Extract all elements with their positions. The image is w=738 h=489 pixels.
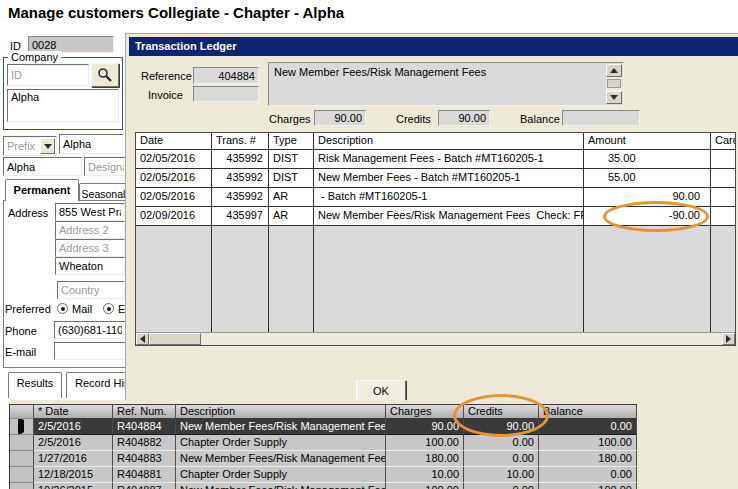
row-selector[interactable] — [10, 467, 34, 483]
results-row[interactable]: 2/5/2016 R404882 Chapter Order Supply 10… — [10, 435, 637, 451]
col-type: Type — [269, 133, 314, 150]
tab-permanent[interactable]: Permanent — [5, 179, 79, 201]
email-label: E-mail — [5, 346, 36, 358]
ok-button[interactable]: OK — [356, 380, 406, 401]
cell-description: - Batch #MT160205-1 — [314, 188, 584, 207]
ledger-row[interactable]: 02/05/2016 435992 DIST Risk Management F… — [136, 150, 735, 169]
cell-date: 2/5/2016 — [34, 419, 113, 435]
scroll-right-button[interactable] — [722, 333, 735, 345]
prefix-input[interactable] — [4, 137, 40, 155]
arrow-down-icon — [610, 95, 618, 100]
radio-email[interactable] — [103, 303, 114, 314]
prefix-combobox[interactable] — [3, 136, 57, 156]
address3-input[interactable] — [55, 239, 125, 257]
company-search-button[interactable] — [91, 63, 119, 87]
invoice-field[interactable] — [193, 86, 259, 102]
cell-trans: 435992 — [212, 150, 269, 169]
balance-field[interactable] — [562, 110, 640, 126]
address2-input[interactable] — [55, 221, 125, 239]
company-listbox[interactable]: Alpha — [7, 89, 119, 122]
cell-ref: R404882 — [113, 435, 176, 451]
customer-name-input[interactable] — [3, 157, 82, 176]
cell-balance: 0.00 — [539, 467, 637, 483]
row-selector[interactable] — [10, 451, 34, 467]
cell-date: 10/26/2015 — [34, 483, 113, 489]
scroll-left-button[interactable] — [136, 333, 149, 345]
scroll-up-button[interactable] — [606, 64, 622, 77]
radio-mail[interactable] — [57, 303, 68, 314]
cell-charges: 10.00 — [386, 467, 464, 483]
ledger-horizontal-scrollbar[interactable] — [136, 332, 735, 345]
company-id-input[interactable] — [7, 64, 89, 86]
address-label: Address — [8, 207, 48, 219]
reference-field[interactable] — [193, 67, 259, 84]
results-row[interactable]: 1/27/2016 R404883 New Member Fees/Risk M… — [10, 451, 637, 467]
cell-type: AR — [269, 188, 314, 207]
scroll-thumb[interactable] — [149, 333, 201, 345]
arrow-up-icon — [610, 68, 618, 73]
cell-card — [711, 207, 735, 226]
cell-date: 1/27/2016 — [34, 451, 113, 467]
ledger-row[interactable]: 02/05/2016 435992 DIST New Member Fees -… — [136, 169, 735, 188]
cell-charges: 180.00 — [386, 451, 464, 467]
cell-ref: R404881 — [113, 467, 176, 483]
address1-input[interactable] — [55, 203, 125, 221]
charges-label: Charges — [269, 113, 311, 125]
company-list-item[interactable]: Alpha — [11, 91, 39, 103]
prefix-value-input[interactable] — [59, 134, 123, 154]
highlight-ellipse-ledger-amount — [603, 201, 709, 232]
row-selector[interactable] — [10, 435, 34, 451]
cell-amount: 55.00 — [584, 169, 711, 188]
tab-results[interactable]: Results — [8, 372, 62, 398]
designation-input[interactable] — [84, 157, 128, 176]
tab-seasonal[interactable]: Seasonal — [79, 183, 128, 201]
country-input[interactable] — [57, 281, 125, 299]
balance-label: Balance — [520, 113, 560, 125]
arrow-right-icon — [726, 335, 731, 343]
scroll-thumb[interactable] — [607, 79, 621, 88]
row-selector[interactable] — [10, 419, 34, 435]
cell-description: New Member Fees/Risk Management Fees Che… — [314, 207, 584, 226]
description-scrollbar[interactable] — [606, 64, 622, 104]
col-date: Date — [136, 133, 212, 150]
ledger-empty-area — [136, 226, 735, 332]
charges-field[interactable] — [314, 110, 366, 126]
col-amount: Amount — [584, 133, 711, 150]
col-description: Description — [314, 133, 584, 150]
search-icon — [97, 67, 113, 83]
cell-description: Risk Management Fees - Batch #MT160205-1 — [314, 150, 584, 169]
dialog-title: Transaction Ledger — [135, 40, 236, 52]
phone-label: Phone — [5, 325, 37, 337]
cell-amount: 35.00 — [584, 150, 711, 169]
results-row[interactable]: 12/18/2015 R404881 Chapter Order Supply … — [10, 467, 637, 483]
cell-charges: 100.00 — [386, 435, 464, 451]
invoice-label: Invoice — [148, 89, 183, 101]
phone-input[interactable] — [54, 321, 126, 339]
cell-date: 02/05/2016 — [136, 150, 212, 169]
credits-label: Credits — [396, 113, 431, 125]
cell-trans: 435992 — [212, 188, 269, 207]
cell-type: DIST — [269, 150, 314, 169]
credits-field[interactable] — [438, 110, 490, 126]
results-row[interactable]: 10/26/2015 R404887 New Member Fees/Risk … — [10, 483, 637, 489]
row-selector[interactable] — [10, 483, 34, 489]
cell-credits: 10.00 — [464, 467, 539, 483]
cell-card — [711, 169, 735, 188]
city-input[interactable] — [55, 257, 125, 275]
cell-balance: 100.00 — [539, 435, 637, 451]
dialog-titlebar[interactable]: Transaction Ledger — [129, 37, 738, 56]
cell-balance: 180.00 — [539, 451, 637, 467]
ledger-table: Date Trans. # Type Description Amount Ca… — [135, 132, 736, 346]
cell-trans: 435992 — [212, 169, 269, 188]
preferred-label: Preferred — [5, 303, 51, 315]
cell-balance: 100.00 — [539, 483, 637, 489]
prefix-dropdown-button[interactable] — [40, 138, 55, 154]
scroll-down-button[interactable] — [606, 91, 622, 104]
col-ref: Ref. Num. — [113, 405, 176, 419]
cell-type: DIST — [269, 169, 314, 188]
email-input[interactable] — [54, 342, 126, 360]
cell-card — [711, 188, 735, 207]
description-box[interactable]: New Member Fees/Risk Management Fees — [268, 62, 624, 106]
cell-description: New Member Fees - Batch #MT160205-1 — [314, 169, 584, 188]
col-trans: Trans. # — [212, 133, 269, 150]
